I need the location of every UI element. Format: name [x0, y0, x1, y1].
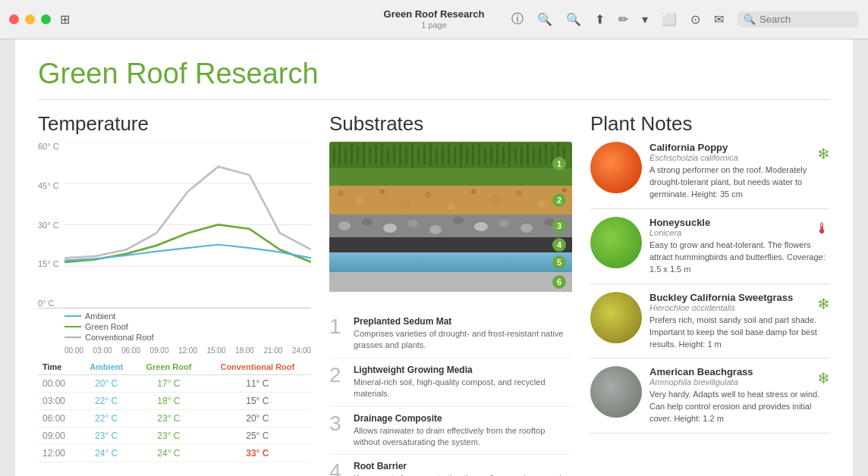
list-item: Honeysuckle Lonicera 🌡 Easy to grow and …	[590, 217, 830, 284]
window-icon[interactable]: ⬜	[662, 12, 677, 27]
substrate-number: 3	[329, 413, 346, 449]
y-label-30: 30° C	[38, 221, 61, 230]
table-row: 06:00 22° C 23° C 20° C	[38, 410, 311, 427]
list-item: Buckley California Sweetgrass Hierochloe…	[590, 292, 830, 359]
svg-rect-19	[411, 142, 414, 168]
plant-name: Honeysuckle	[649, 217, 710, 228]
substrate-text: Root Barrier Keeps roots from penetratin…	[354, 461, 572, 476]
substrate-number: 2	[329, 365, 346, 400]
svg-rect-18	[405, 146, 407, 164]
substrate-number: 4	[329, 461, 346, 476]
td-ambient: 23° C	[79, 427, 134, 445]
svg-point-49	[380, 189, 385, 194]
td-ambient: 22° C	[79, 410, 134, 427]
td-green-roof: 23° C	[134, 427, 204, 445]
legend-ambient-label: Ambient	[85, 312, 115, 321]
td-ambient: 24° C	[79, 445, 134, 462]
search-input[interactable]	[760, 14, 851, 25]
close-button[interactable]	[9, 14, 19, 24]
chart-inner	[64, 142, 311, 308]
svg-point-64	[453, 217, 464, 224]
plant-latin: Ammophila breviligulata	[649, 377, 753, 387]
legend-conv-roof-label: Conventional Roof	[85, 333, 154, 342]
plant-list: California Poppy Eschscholzia californic…	[590, 142, 830, 434]
svg-rect-40	[539, 146, 541, 164]
td-green-roof: 24° C	[134, 445, 204, 462]
plant-image	[590, 292, 642, 343]
pencil-icon[interactable]: ✏	[618, 12, 628, 27]
td-green-roof: 17° C	[134, 375, 204, 393]
substrate-name: Lightweight Growing Media	[354, 365, 572, 375]
grass-svg	[329, 142, 572, 186]
plant-name: Buckley California Sweetgrass	[649, 292, 793, 303]
svg-rect-29	[472, 145, 474, 165]
fullscreen-button[interactable]	[41, 14, 51, 24]
search-bar[interactable]: 🔍	[737, 11, 859, 27]
temp-chart-svg	[64, 142, 311, 308]
layer-grass: 1	[329, 142, 572, 186]
three-column-layout: Temperature 60° C 45° C 30° C 15° C 0° C	[38, 112, 830, 473]
list-item: American Beachgrass Ammophila breviligul…	[590, 366, 830, 434]
chart-legend: Ambient Green Roof Conventional Roof	[64, 312, 311, 342]
svg-rect-37	[520, 145, 523, 165]
layer-3-num: 3	[552, 219, 566, 233]
share-icon[interactable]: ⬆	[595, 12, 605, 27]
td-conv-roof: 33° C	[204, 445, 311, 462]
substrate-list: 1 Preplanted Sedum Mat Comprises varieti…	[329, 316, 572, 476]
traffic-lights	[9, 14, 51, 24]
list-item: 3 Drainage Composite Allows rainwater to…	[329, 413, 572, 456]
svg-rect-11	[363, 142, 365, 167]
plant-icon: ❄	[817, 145, 830, 163]
substrate-desc: Allows rainwater to drain effectively fr…	[354, 425, 572, 449]
substrates-title: Substrates	[329, 112, 572, 136]
table-row: 00:00 20° C 17° C 11° C	[38, 375, 311, 393]
svg-point-48	[356, 197, 363, 205]
svg-rect-23	[436, 148, 438, 164]
table-row: 09:00 23° C 23° C 25° C	[38, 427, 311, 445]
substrate-text: Preplanted Sedum Mat Comprises varieties…	[354, 316, 572, 352]
svg-rect-28	[466, 147, 468, 164]
svg-rect-10	[357, 146, 359, 164]
table-row: 12:00 24° C 24° C 33° C	[38, 445, 311, 462]
svg-rect-33	[496, 144, 498, 165]
minimize-button[interactable]	[25, 14, 35, 24]
th-time: Time	[38, 359, 79, 375]
td-time: 03:00	[38, 393, 79, 410]
svg-rect-6	[333, 146, 335, 164]
svg-rect-25	[448, 144, 450, 165]
zoom-out-icon[interactable]: 🔍	[537, 12, 552, 27]
y-label-15: 15° C	[38, 259, 61, 268]
plant-name: California Poppy	[649, 142, 738, 153]
svg-point-51	[425, 192, 431, 198]
markup-icon[interactable]: ✉	[714, 12, 724, 27]
chevron-down-icon[interactable]: ▾	[642, 12, 648, 27]
svg-point-57	[562, 188, 567, 193]
td-time: 00:00	[38, 375, 79, 393]
svg-rect-36	[514, 147, 517, 164]
zoom-in-icon[interactable]: 🔍	[566, 12, 581, 27]
x-axis-labels: 00:00 03:00 06:00 09:00 12:00 15:00 18:0…	[64, 346, 311, 355]
plant-latin: Eschscholzia californica	[649, 153, 738, 162]
svg-point-53	[471, 189, 476, 194]
info-icon[interactable]: ⓘ	[511, 11, 524, 27]
list-item: 4 Root Barrier Keeps roots from penetrat…	[329, 461, 572, 476]
layer-5-num: 5	[552, 255, 566, 269]
svg-rect-16	[393, 146, 395, 164]
substrate-text: Drainage Composite Allows rainwater to d…	[354, 413, 572, 449]
td-conv-roof: 20° C	[204, 410, 311, 427]
td-time: 09:00	[38, 427, 79, 445]
temperature-section: Temperature 60° C 45° C 30° C 15° C 0° C	[38, 112, 311, 476]
plant-desc: Prefers rich, moist sandy soil and part …	[649, 315, 830, 351]
plant-latin: Hierochloe occidentalis	[649, 303, 793, 312]
th-ambient: Ambient	[79, 359, 134, 375]
svg-rect-45	[329, 168, 572, 186]
search-icon: 🔍	[744, 14, 756, 25]
person-icon[interactable]: ⊙	[690, 12, 700, 27]
td-conv-roof: 15° C	[204, 393, 311, 410]
sidebar-toggle-icon[interactable]: ⊞	[60, 12, 70, 27]
svg-point-50	[401, 200, 410, 209]
page-title: Green Roof Research	[38, 58, 830, 100]
td-conv-roof: 11° C	[204, 375, 311, 393]
svg-rect-35	[508, 142, 511, 167]
list-item: 2 Lightweight Growing Media Mineral-rich…	[329, 365, 572, 407]
